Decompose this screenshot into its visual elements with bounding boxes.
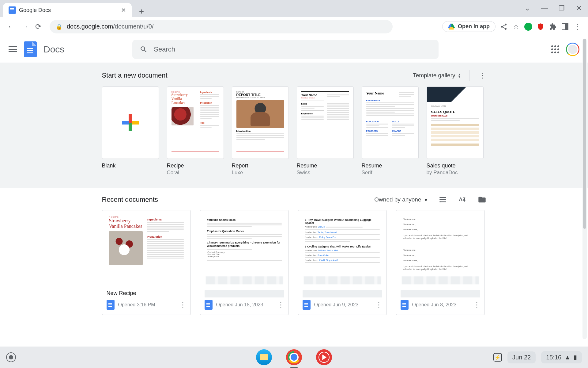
minimize-icon[interactable]: — bbox=[540, 4, 549, 12]
template-name: Sales quote bbox=[427, 163, 484, 169]
status-tray-pill[interactable]: 15:16 ▲ ▮ bbox=[541, 351, 582, 363]
template-sub: Serif bbox=[362, 170, 419, 176]
svg-point-1 bbox=[501, 26, 503, 28]
owner-filter[interactable]: Owned by anyone ▾ bbox=[374, 196, 427, 203]
template-name: Blank bbox=[102, 163, 159, 169]
shelf-files-icon[interactable] bbox=[256, 349, 272, 365]
open-in-app-button[interactable]: Open in app bbox=[442, 21, 496, 32]
template-gallery-button[interactable]: Template gallery ▴▾ bbox=[413, 72, 460, 79]
window-controls: ⌄ — ❐ ✕ bbox=[523, 4, 583, 12]
doc-title-redacted bbox=[303, 290, 382, 297]
templates-section: Start a new document Template gallery ▴▾… bbox=[0, 63, 588, 188]
template-sales-quote[interactable]: COMPANY NAME SALES QUOTE CUSTOMER NAME bbox=[427, 86, 484, 176]
list-view-icon[interactable] bbox=[439, 195, 447, 204]
template-blank[interactable]: Blank bbox=[102, 86, 159, 176]
address-bar[interactable]: 🔒 docs.google.com/document/u/0/ bbox=[50, 20, 393, 33]
templates-more-icon[interactable]: ⋮ bbox=[479, 71, 486, 80]
thumb-title: REPORT TITLE bbox=[236, 93, 284, 97]
page-scrollbar[interactable] bbox=[582, 39, 587, 339]
thumb-sub: LOREM IPSUM DOLOR SIT AMET bbox=[236, 97, 284, 98]
bookmark-star-icon[interactable]: ☆ bbox=[512, 23, 520, 31]
window-close-icon[interactable]: ✕ bbox=[575, 4, 583, 12]
separator bbox=[469, 70, 470, 81]
search-input[interactable]: Search bbox=[132, 40, 439, 59]
thumb-section: Introduction bbox=[236, 130, 284, 132]
sort-az-icon[interactable]: AZ bbox=[458, 195, 467, 204]
docs-file-icon bbox=[303, 300, 311, 310]
doc-opened: Opened Jun 8, 2023 bbox=[412, 302, 457, 308]
tab-search-icon[interactable]: ⌄ bbox=[523, 4, 532, 12]
template-sub: by PandaDoc bbox=[427, 170, 484, 176]
doc-opened: Opened Jun 18, 2023 bbox=[216, 302, 263, 308]
recent-section: Recent documents Owned by anyone ▾ AZ RE… bbox=[0, 188, 588, 315]
launcher-button[interactable] bbox=[6, 352, 16, 362]
thumb-ingredients: Ingredients bbox=[200, 91, 219, 93]
template-name: Recipe bbox=[167, 163, 224, 169]
thumb-name: Your Name bbox=[366, 91, 384, 98]
tab-close-icon[interactable]: ✕ bbox=[121, 6, 126, 14]
browser-toolbar: ← → ⟳ 🔒 docs.google.com/document/u/0/ Op… bbox=[0, 17, 588, 36]
open-picker-folder-icon[interactable] bbox=[478, 195, 486, 204]
extensions-puzzle-icon[interactable] bbox=[549, 23, 557, 31]
template-resume-swiss[interactable]: Your Name Creative Director Skills Exper… bbox=[297, 86, 354, 176]
restore-icon[interactable]: ❐ bbox=[557, 4, 566, 12]
doc-title-redacted bbox=[205, 290, 284, 297]
doc-card[interactable]: 3 Tiny Travel Gadgets Without Sacrificin… bbox=[298, 210, 387, 315]
svg-point-2 bbox=[505, 28, 507, 30]
search-placeholder: Search bbox=[154, 45, 175, 53]
template-name: Resume bbox=[297, 163, 354, 169]
doc-card[interactable]: YouTube Shorts Ideas Emphasize Quotation… bbox=[200, 210, 289, 315]
docs-favicon-icon bbox=[9, 6, 16, 14]
status-time: 15:16 bbox=[546, 354, 561, 361]
url-path: /document/u/0/ bbox=[113, 23, 153, 30]
wifi-icon: ▲ bbox=[564, 354, 571, 361]
browser-menu-icon[interactable]: ⋮ bbox=[573, 23, 581, 31]
docs-file-icon bbox=[107, 300, 115, 310]
plus-icon bbox=[122, 114, 139, 131]
template-gallery-label: Template gallery bbox=[413, 72, 455, 79]
reload-button[interactable]: ⟳ bbox=[34, 22, 43, 31]
extension-brave-shield-icon[interactable] bbox=[537, 23, 545, 31]
url-host: docs.google.com bbox=[67, 23, 113, 30]
svg-point-0 bbox=[505, 24, 507, 25]
template-name: Resume bbox=[362, 163, 419, 169]
google-apps-icon[interactable] bbox=[551, 45, 559, 53]
share-icon[interactable] bbox=[500, 23, 508, 31]
template-sub: Coral bbox=[167, 170, 224, 176]
template-recipe-coral[interactable]: RECIPE Strawberry Vanilla Pancakes Ingre… bbox=[167, 86, 224, 176]
doc-more-icon[interactable]: ⋮ bbox=[277, 301, 284, 309]
dropdown-arrow-icon: ▾ bbox=[424, 196, 428, 203]
account-avatar[interactable] bbox=[566, 43, 579, 56]
open-in-app-label: Open in app bbox=[458, 23, 490, 30]
owner-filter-label: Owned by anyone bbox=[374, 196, 421, 203]
power-status-icon[interactable]: ⚡ bbox=[493, 353, 502, 362]
status-date-pill[interactable]: Jun 22 bbox=[507, 351, 536, 363]
template-resume-serif[interactable]: Your Name EXPERIENCE EDUCATION PROJECT bbox=[362, 86, 419, 176]
back-button[interactable]: ← bbox=[7, 22, 16, 31]
shelf-chrome-icon[interactable] bbox=[286, 349, 302, 365]
docs-header: Docs Search bbox=[0, 36, 588, 63]
search-icon bbox=[140, 45, 148, 53]
doc-more-icon[interactable]: ⋮ bbox=[473, 301, 480, 309]
doc-card[interactable]: Number one, Number two, Number three, If… bbox=[396, 210, 485, 315]
main-menu-button[interactable] bbox=[9, 46, 17, 52]
drive-icon bbox=[448, 24, 455, 30]
extension-grammarly-icon[interactable] bbox=[524, 23, 532, 31]
side-panel-icon[interactable] bbox=[561, 23, 569, 31]
doc-card[interactable]: RECIPE Strawberry Vanilla Pancakes Ingre… bbox=[102, 210, 191, 315]
docs-logo-icon[interactable] bbox=[24, 41, 37, 57]
new-tab-button[interactable]: ＋ bbox=[135, 5, 148, 17]
doc-title-redacted bbox=[401, 290, 480, 297]
battery-icon: ▮ bbox=[574, 354, 577, 361]
template-row: Blank RECIPE Strawberry Vanilla Pancakes… bbox=[102, 86, 486, 176]
doc-more-icon[interactable]: ⋮ bbox=[179, 301, 186, 309]
browser-tab[interactable]: Google Docs ✕ bbox=[3, 3, 132, 17]
os-shelf: ⚡ Jun 22 15:16 ▲ ▮ bbox=[0, 347, 588, 368]
shelf-youtube-music-icon[interactable] bbox=[316, 349, 332, 365]
app-name: Docs bbox=[43, 44, 64, 55]
thumb-title: Strawberry Vanilla Pancakes bbox=[172, 93, 197, 105]
template-name: Report bbox=[232, 163, 289, 169]
template-sub: Swiss bbox=[297, 170, 354, 176]
doc-more-icon[interactable]: ⋮ bbox=[375, 301, 382, 309]
template-report-luxe[interactable]: REPORT REPORT TITLE LOREM IPSUM DOLOR SI… bbox=[232, 86, 289, 176]
